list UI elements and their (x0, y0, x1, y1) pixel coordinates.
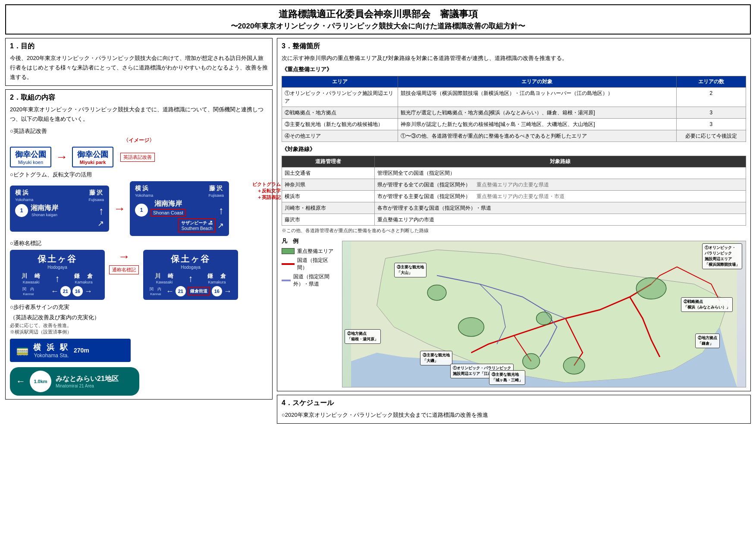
page-title-main: 道路標識適正化委員会神奈川県部会 審議事項 (10, 8, 746, 21)
area-table: エリア エリアの対象 エリアの数 ①オリンピック・パラリンピック施設周辺エリア … (282, 76, 746, 142)
station-text: 横 浜 駅 Yokohama Sta. (33, 342, 69, 359)
legend-label: 重点整備エリア (297, 248, 333, 255)
map-area: ①オリンピック・パラリンピック施設周辺エリア「横浜国際競技場」 ②戦略拠点「横浜… (342, 237, 746, 387)
shonan-coast-en: Shonan Coast (153, 210, 183, 215)
station-en: Yokohama Sta. (33, 352, 69, 359)
area-name: ②戦略拠点・地方拠点 (282, 107, 398, 118)
sign-fujisawa-en: Fujisawa (88, 198, 104, 202)
section2-title: 2．取組の内容 (10, 93, 268, 102)
sign-yokohama2-en: Yokohama (135, 193, 153, 198)
svg-point-6 (536, 312, 552, 325)
up-arrow2-icon: ↑ (219, 205, 224, 217)
demo-arrow3-icon: → (118, 250, 130, 264)
minatomirai-jp: みなとみらい21地区 (56, 374, 133, 384)
left-arrow2-icon: ← (166, 287, 174, 296)
hodogaya-sign-new: 保土ヶ谷 Hodogaya 川 崎 Kawasaki ↑ 鎌 倉 Kamakur… (143, 250, 238, 300)
kawasaki-jp: 川 崎 (22, 272, 41, 280)
kaido-box: 鎌倉街道 (188, 287, 210, 296)
area-table-header: 《重点整備エリア》 (282, 66, 746, 73)
route-manager: 横浜市 (282, 190, 375, 202)
right-panel: 3．整備箇所 次に示す神奈川県内の重点整備エリア及び対象路線を対象に各道路管理者… (277, 38, 751, 424)
sub4-note2: ※横浜駅周辺（設置済事例） (10, 329, 268, 335)
section4-body: ○2020年東京オリンピック・パラリンピック競技大会までに道路標識の改善を推進 (282, 410, 746, 420)
legend-label: 国道（指定区間） (297, 257, 338, 271)
area-table-row: ②戦略拠点・地方拠点 観光庁が選定した戦略拠点・地方拠点[横浜（みなとみらい）、… (282, 107, 746, 118)
route21-badge2: 21 (176, 286, 186, 296)
section3-box: 3．整備箇所 次に示す神奈川県内の重点整備エリア及び対象路線を対象に各道路管理者… (277, 38, 751, 391)
sign-fujisawa2-en: Fujisawa (208, 193, 224, 198)
map-container: ①オリンピック・パラリンピック施設周辺エリア「横浜国際競技場」 ②戦略拠点「横浜… (342, 241, 746, 387)
sign-shonan-old: 横浜 藤沢 Yokohama Fujisawa 1 湘南海岸 Shonan ka… (10, 186, 109, 232)
legend-color-line (282, 280, 291, 281)
pictogram-annotation-box: ピクトグラム＋反転文字＋英語表記 (233, 181, 281, 201)
area-count: 3 (676, 118, 746, 130)
route-desc: 重点整備エリア内の市道 (375, 214, 746, 225)
hodogaya-en-old: Hodogaya (14, 265, 100, 270)
sub4-label: ○歩行者系サインの充実 (10, 303, 268, 311)
pedestrian-signs: 🚃 横 浜 駅 Yokohama Sta. 270m ← 1.0km (10, 339, 268, 396)
legend-item: 重点整備エリア (282, 248, 338, 255)
area-col1-header: エリア (282, 76, 398, 87)
area-table-row: ①オリンピック・パラリンピック施設周辺エリア 競技会場周辺等（横浜国際競技場（新… (282, 87, 746, 107)
left-arrow3-icon: ← (16, 376, 25, 387)
image-label: 〈イメージ〉 (123, 137, 154, 143)
route-manager: 川崎市・相模原市 (282, 202, 375, 214)
section3-intro: 次に示す神奈川県内の重点整備エリア及び対象路線を対象に各道路管理者が連携し、道路… (282, 54, 746, 63)
route-table-row: 国土交通省 管理区間全ての国道（指定区間） (282, 167, 746, 179)
svg-point-5 (523, 353, 540, 369)
section2-intro: 2020年東京オリンピック・パラリンピック競技大会までに、道路標識について、関係… (10, 105, 268, 124)
map-label-1: ①オリンピック・パラリンピック施設周辺エリア「横浜国際競技場」 (702, 243, 742, 269)
kamakura-en: Kamakura (74, 280, 94, 284)
map-label-8: ③主要な観光地「城ヶ島・三崎」 (489, 370, 525, 385)
minatomirai-sign: ← 1.0km みなとみらい21地区 Minatomirai 21 Area (10, 367, 139, 396)
turn-arrow2-icon: ↗ (217, 221, 224, 230)
legend-color-line (282, 263, 295, 265)
main-content: 1．目的 今後、2020年東京オリンピック・パラリンピック競技大会に向けて、増加… (5, 38, 751, 424)
sign-shonan-new: 横浜 藤沢 Yokohama Fujisawa 1 湘南海岸 (130, 181, 229, 236)
route-manager: 神奈川県 (282, 179, 375, 190)
route21-badge: 21 (60, 286, 71, 296)
route-desc: 管理区間全ての国道（指定区間） (375, 167, 746, 179)
minatomirai-dist-badge: 1.0km (30, 371, 51, 392)
train-icon: 🚃 (16, 344, 29, 356)
legend-map-row: 凡 例 重点整備エリア国道（指定区間）国道（指定区間外）・県道 (282, 237, 746, 387)
park-new-romaji: Miyuki park (77, 160, 108, 165)
svg-point-3 (636, 277, 666, 299)
section3-title: 3．整備箇所 (282, 42, 746, 51)
sign-fujisawa2: 藤沢 (209, 185, 224, 192)
minatomirai-en: Minatomirai 21 Area (56, 384, 133, 388)
left-panel: 1．目的 今後、2020年東京オリンピック・パラリンピック競技大会に向けて、増加… (5, 38, 273, 424)
sub1-label: ○英語表記改善 (10, 127, 268, 135)
pictogram-annotation-text: ピクトグラム＋反転文字＋英語表記 (233, 181, 281, 201)
route-col1-header: 道路管理者 (282, 156, 375, 167)
area-name: ①オリンピック・パラリンピック施設周辺エリア (282, 87, 398, 107)
route-desc: 県が管理する全ての国道（指定区間外）重点整備エリア内の主要な県道 (375, 179, 746, 190)
up-arrow-icon: ↑ (99, 205, 104, 217)
yokohama-station-sign: 🚃 横 浜 駅 Yokohama Sta. 270m (10, 339, 131, 362)
svg-point-4 (563, 357, 585, 374)
area-name: ④その他エリア (282, 130, 398, 142)
southern-beach-box: サザンビーチ 🏖 Southern Beach (178, 218, 216, 233)
pictogram-demo-row: 横浜 藤沢 Yokohama Fujisawa 1 湘南海岸 Shonan ka… (10, 181, 268, 236)
arrow-icon: → (56, 150, 68, 164)
minatomirai-dist: 1.0km (34, 379, 47, 384)
english-annotation: 英語表記改善 (120, 153, 155, 162)
kannai-jp: 関 内 (22, 286, 34, 292)
section4-title: 4．スケジュール (282, 399, 746, 408)
route16-badge: 16 (72, 286, 83, 296)
shonan-jp-old: 湘南海岸 (31, 204, 58, 213)
hodogaya-en-new: Hodogaya (147, 265, 234, 270)
area-name: ③主要な観光地（新たな観光の核候補地） (282, 118, 398, 130)
route-desc: 各市が管理する主要な国道（指定区間外）・県道 (375, 202, 746, 214)
area-target: 神奈川県が認定した新たな観光の核候補地[城ヶ島・三崎地区、大磯地区、大山地区] (398, 118, 677, 130)
hodogaya-jp-old: 保土ヶ谷 (14, 253, 100, 265)
area-count: 必要に応じて今後設定 (676, 130, 746, 142)
route1-badge2: 1 (135, 204, 148, 217)
section1-title: 1．目的 (10, 42, 268, 51)
route-desc: 市が管理する主要な国道（指定区間外）重点整備エリア内の主要な県道・市道 (375, 190, 746, 202)
kawasaki2-jp: 川 崎 (155, 272, 174, 280)
demo-arrow2-icon: → (113, 202, 125, 216)
kannai-en: Kannai (22, 292, 34, 296)
map-label-3: ②地方拠点「箱根・湯河原」 (345, 329, 381, 344)
route-table-header: 《対象路線》 (282, 145, 746, 153)
